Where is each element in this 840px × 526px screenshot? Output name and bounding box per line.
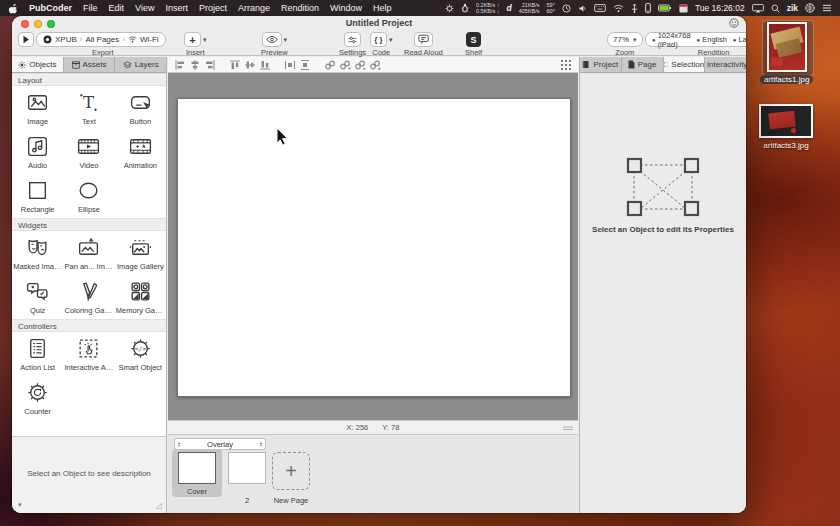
- chain-link-icon-4[interactable]: [369, 59, 381, 71]
- tool-ellipse[interactable]: Ellipse: [63, 174, 114, 218]
- tool-memory-game[interactable]: Memory Game: [115, 275, 166, 319]
- menu-rendition[interactable]: Rendition: [281, 3, 319, 13]
- tool-rectangle[interactable]: Rectangle: [12, 174, 63, 218]
- chain-link-icon-1[interactable]: [324, 59, 336, 71]
- tab-interactivity[interactable]: Interactivity: [705, 57, 746, 72]
- desktop-icon-artifacts1[interactable]: artifacts1.jpg: [760, 22, 813, 84]
- apple-menu-icon[interactable]: [8, 2, 18, 14]
- tool-smart-object[interactable]: </> Smart Object: [115, 332, 166, 376]
- tool-coloring-game[interactable]: Coloring Game: [63, 275, 114, 319]
- grid-snap-icon[interactable]: [560, 59, 572, 71]
- code-chevron-icon[interactable]: ▾: [389, 36, 393, 43]
- bug-status-icon[interactable]: [461, 3, 469, 13]
- align-left-icon[interactable]: [174, 59, 186, 71]
- align-center-h-icon[interactable]: [189, 59, 201, 71]
- tool-interactive-area[interactable]: Interactive Area: [63, 332, 114, 376]
- tab-objects[interactable]: Objects: [12, 57, 64, 72]
- page-surface[interactable]: [177, 98, 571, 397]
- close-button[interactable]: [21, 20, 29, 28]
- insert-button[interactable]: +: [184, 32, 201, 47]
- tool-animation[interactable]: Animation: [115, 130, 166, 174]
- menu-arrange[interactable]: Arrange: [238, 3, 270, 13]
- page-thumb-cover[interactable]: Cover: [172, 449, 222, 497]
- wifi-icon[interactable]: [613, 4, 624, 13]
- settings-button[interactable]: [344, 32, 361, 47]
- align-right-icon[interactable]: [204, 59, 216, 71]
- menu-insert[interactable]: Insert: [165, 3, 188, 13]
- menu-help[interactable]: Help: [373, 3, 392, 13]
- temperature-stats[interactable]: 59° 60°: [547, 2, 555, 14]
- volume-icon[interactable]: [578, 4, 587, 13]
- tool-action-list[interactable]: Action List: [12, 332, 63, 376]
- export-breadcrumb[interactable]: XPUB › All Pages › Wi-Fi: [36, 32, 166, 47]
- minimize-button[interactable]: [34, 20, 42, 28]
- notification-center-icon[interactable]: [822, 4, 832, 12]
- preview-chevron-icon[interactable]: ▾: [284, 36, 288, 43]
- tab-page[interactable]: Page: [622, 57, 664, 72]
- tab-assets[interactable]: Assets: [64, 57, 116, 72]
- chain-link-icon-3[interactable]: [354, 59, 366, 71]
- globe-icon[interactable]: [805, 3, 815, 13]
- menu-window[interactable]: Window: [330, 3, 362, 13]
- usb-icon[interactable]: [631, 3, 638, 13]
- tool-image[interactable]: Image: [12, 86, 63, 130]
- tool-pan-zoom-image[interactable]: Pan an... Image: [63, 231, 114, 275]
- export-target-crumb[interactable]: Wi-Fi: [140, 35, 159, 44]
- docker-menu-item[interactable]: d: [507, 3, 512, 13]
- tool-text[interactable]: T Text: [63, 86, 114, 130]
- tool-button[interactable]: Button: [115, 86, 166, 130]
- tool-counter[interactable]: Counter: [12, 376, 63, 420]
- align-bottom-icon[interactable]: [259, 59, 271, 71]
- distribute-v-icon[interactable]: [299, 59, 311, 71]
- battery-icon[interactable]: [658, 4, 672, 12]
- tab-project[interactable]: Project: [580, 57, 622, 72]
- resize-grip-icon[interactable]: ◿: [156, 501, 162, 510]
- title-bar[interactable]: Untitled Project: [12, 16, 746, 30]
- tool-video[interactable]: Video: [63, 130, 114, 174]
- preview-button[interactable]: [262, 32, 282, 47]
- feedback-smiley-icon[interactable]: [729, 18, 739, 28]
- zoom-chevron-icon: ▾: [633, 36, 637, 43]
- distribute-h-icon[interactable]: [284, 59, 296, 71]
- clock-icon[interactable]: [562, 4, 571, 13]
- read-aloud-button[interactable]: [414, 32, 433, 47]
- statusbar-grip-icon[interactable]: [563, 426, 573, 431]
- keyboard-icon[interactable]: [594, 4, 606, 12]
- search-icon[interactable]: [771, 4, 780, 13]
- tab-selection[interactable]: Selection: [664, 57, 706, 72]
- menu-project[interactable]: Project: [199, 3, 227, 13]
- rendition-button[interactable]: ●1024x768 (iPad) ●English ●Landscape: [645, 32, 746, 47]
- tool-masked-image[interactable]: Masked Image: [12, 231, 63, 275]
- insert-chevron-icon[interactable]: ▾: [203, 36, 207, 43]
- network-stats-1[interactable]: 0.2KB/s ↑ 0.5KB/s ↓: [476, 2, 500, 14]
- page-canvas[interactable]: [168, 73, 578, 420]
- menu-edit[interactable]: Edit: [109, 3, 125, 13]
- menu-app-name[interactable]: PubCoder: [29, 3, 72, 13]
- phone-icon[interactable]: [645, 3, 651, 13]
- align-top-icon[interactable]: [229, 59, 241, 71]
- tool-quiz[interactable]: Quiz: [12, 275, 63, 319]
- tool-image-gallery[interactable]: Image Gallery: [115, 231, 166, 275]
- filter-chevron-icon[interactable]: ▾: [18, 501, 22, 509]
- zoom-dropdown[interactable]: 77% ▾: [607, 32, 643, 47]
- menu-clock[interactable]: Tue 16:26:02: [695, 3, 745, 13]
- align-middle-icon[interactable]: [244, 59, 256, 71]
- menu-user-name[interactable]: zik: [787, 3, 798, 13]
- plus-icon[interactable]: +: [272, 452, 310, 490]
- code-button[interactable]: { }: [370, 32, 387, 47]
- zoom-window-button[interactable]: [47, 20, 55, 28]
- shelf-button[interactable]: S: [466, 32, 481, 47]
- export-project-crumb[interactable]: XPUB: [55, 35, 77, 44]
- export-play-button[interactable]: [18, 32, 34, 47]
- tab-layers[interactable]: Layers: [115, 57, 166, 72]
- calendar-icon[interactable]: [679, 4, 688, 13]
- menu-file[interactable]: File: [83, 3, 98, 13]
- export-pages-crumb[interactable]: All Pages: [85, 35, 119, 44]
- network-stats-2[interactable]: 21KB/s 405KB/s: [519, 2, 540, 14]
- chain-link-icon-2[interactable]: [339, 59, 351, 71]
- airplay-display-icon[interactable]: [752, 4, 764, 13]
- tool-audio[interactable]: Audio: [12, 130, 63, 174]
- desktop-icon-artifacts3[interactable]: artifacts3.jpg: [759, 104, 813, 150]
- gear-status-icon[interactable]: [445, 4, 454, 13]
- menu-view[interactable]: View: [135, 3, 154, 13]
